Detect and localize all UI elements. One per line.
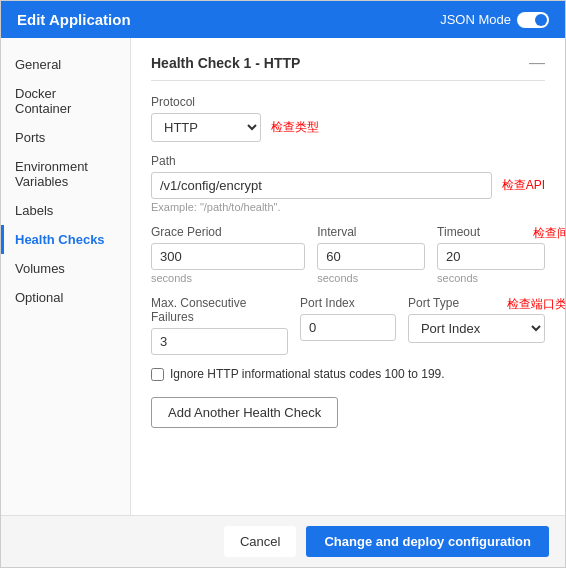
grace-period-hint: seconds	[151, 272, 305, 284]
interval-input[interactable]	[317, 243, 425, 270]
collapse-icon[interactable]: —	[529, 54, 545, 72]
main-content: Health Check 1 - HTTP — Protocol HTTP HT…	[131, 38, 565, 515]
dialog-body: General Docker Container Ports Environme…	[1, 38, 565, 515]
sidebar-item-optional[interactable]: Optional	[1, 283, 130, 312]
interval-hint: seconds	[317, 272, 425, 284]
path-group: Path 检查API Example: "/path/to/health".	[151, 154, 545, 213]
section-header: Health Check 1 - HTTP —	[151, 54, 545, 81]
sidebar-item-ports[interactable]: Ports	[1, 123, 130, 152]
protocol-select[interactable]: HTTP HTTPS TCP COMMAND	[151, 113, 261, 142]
dialog-header: Edit Application JSON Mode	[1, 1, 565, 38]
add-health-check-button[interactable]: Add Another Health Check	[151, 397, 338, 428]
max-failures-group: Max. Consecutive Failures	[151, 296, 288, 355]
max-failures-label: Max. Consecutive Failures	[151, 296, 288, 324]
timeout-label: Timeout	[437, 225, 545, 239]
dialog-footer: Cancel Change and deploy configuration	[1, 515, 565, 567]
grace-period-input[interactable]	[151, 243, 305, 270]
section-title: Health Check 1 - HTTP	[151, 55, 300, 71]
checkbox-row: Ignore HTTP informational status codes 1…	[151, 367, 545, 381]
port-type-select[interactable]: Port Index Port Mapping Port Name	[408, 314, 545, 343]
sidebar: General Docker Container Ports Environme…	[1, 38, 131, 515]
path-input[interactable]	[151, 172, 492, 199]
interval-label: Interval	[317, 225, 425, 239]
timeout-input[interactable]	[437, 243, 545, 270]
grace-period-group: Grace Period seconds	[151, 225, 305, 284]
sidebar-item-volumes[interactable]: Volumes	[1, 254, 130, 283]
path-annotation: 检查API	[502, 177, 545, 194]
dialog-title: Edit Application	[17, 11, 131, 28]
dialog: Edit Application JSON Mode General Docke…	[0, 0, 566, 568]
timeout-annotation: 检查间隔及超	[533, 225, 565, 242]
ignore-status-checkbox[interactable]	[151, 368, 164, 381]
ignore-status-label: Ignore HTTP informational status codes 1…	[170, 367, 445, 381]
port-type-annotation: 检查端口类型及索引	[507, 296, 565, 313]
sidebar-item-docker-container[interactable]: Docker Container	[1, 79, 130, 123]
protocol-label: Protocol	[151, 95, 545, 109]
path-hint: Example: "/path/to/health".	[151, 201, 545, 213]
port-row: Max. Consecutive Failures Port Index Por…	[151, 296, 545, 355]
max-failures-input[interactable]	[151, 328, 288, 355]
cancel-button[interactable]: Cancel	[224, 526, 296, 557]
deploy-button[interactable]: Change and deploy configuration	[306, 526, 549, 557]
timeout-hint: seconds	[437, 272, 545, 284]
json-mode-toggle[interactable]: JSON Mode	[440, 12, 549, 28]
port-type-group: Port Type Port Index Port Mapping Port N…	[408, 296, 545, 355]
timing-row: Grace Period seconds Interval seconds Ti…	[151, 225, 545, 284]
sidebar-item-health-checks[interactable]: Health Checks	[1, 225, 130, 254]
sidebar-item-general[interactable]: General	[1, 50, 130, 79]
port-index-label: Port Index	[300, 296, 396, 310]
path-label: Path	[151, 154, 545, 168]
protocol-group: Protocol HTTP HTTPS TCP COMMAND 检查类型	[151, 95, 545, 142]
grace-period-label: Grace Period	[151, 225, 305, 239]
port-index-group: Port Index	[300, 296, 396, 355]
sidebar-item-environment-variables[interactable]: Environment Variables	[1, 152, 130, 196]
json-mode-switch[interactable]	[517, 12, 549, 28]
json-mode-label: JSON Mode	[440, 12, 511, 27]
timeout-group: Timeout seconds 检查间隔及超	[437, 225, 545, 284]
protocol-row: HTTP HTTPS TCP COMMAND 检查类型	[151, 113, 545, 142]
sidebar-item-labels[interactable]: Labels	[1, 196, 130, 225]
port-index-input[interactable]	[300, 314, 396, 341]
protocol-annotation: 检查类型	[271, 119, 319, 136]
interval-group: Interval seconds	[317, 225, 425, 284]
